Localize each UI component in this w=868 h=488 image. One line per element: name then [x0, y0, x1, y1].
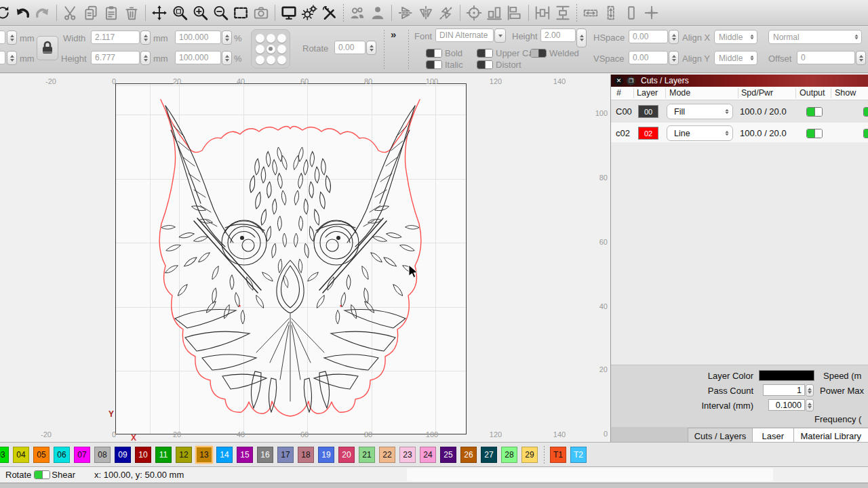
palette-swatch-27[interactable]: 27 [481, 447, 497, 463]
layer-row[interactable]: C00 00 Fill 100.0 / 20.0 [611, 101, 868, 122]
palette-swatch-03[interactable]: 03 [0, 447, 9, 463]
close-icon[interactable]: ✕ [614, 77, 623, 85]
palette-swatch-22[interactable]: 22 [379, 447, 395, 463]
same-width-icon[interactable] [580, 2, 601, 24]
focus-icon[interactable] [464, 2, 484, 24]
palette-swatch-18[interactable]: 18 [298, 447, 314, 463]
layer-row[interactable]: c02 02 Line 100.0 / 20.0 [611, 123, 868, 144]
more-tools-chevron[interactable]: » [391, 28, 396, 40]
layer-color-swatch[interactable]: 02 [638, 127, 658, 140]
frame-selection-icon[interactable] [231, 2, 251, 24]
paste-icon[interactable] [101, 2, 121, 24]
height-stepper[interactable] [140, 51, 151, 65]
flip-vertical-icon[interactable] [395, 2, 416, 24]
palette-swatch-17[interactable]: 17 [277, 447, 294, 463]
bold-toggle[interactable]: Bold [426, 48, 462, 58]
output-toggle[interactable] [806, 107, 823, 117]
multi-user-icon[interactable] [347, 2, 368, 24]
width-scale-stepper[interactable] [222, 30, 232, 45]
palette-swatch-14[interactable]: 14 [216, 447, 233, 463]
interval-input[interactable]: 0.1000 [768, 399, 805, 411]
sync-icon[interactable] [0, 2, 12, 24]
align-v-icon[interactable] [505, 2, 525, 24]
anchor-point-grid[interactable] [251, 29, 290, 68]
text-style-select[interactable]: Normal [768, 30, 862, 44]
text-height-input[interactable]: 2.00 [540, 28, 576, 42]
distribute-h-icon[interactable] [532, 2, 553, 24]
camera-icon[interactable] [251, 2, 271, 24]
distort-toggle[interactable]: Distort [477, 60, 521, 70]
show-toggle[interactable] [863, 107, 868, 117]
palette-swatch-24[interactable]: 24 [420, 447, 436, 463]
align-x-select[interactable]: Middle [714, 30, 757, 44]
height-scale-input[interactable]: 100.000 [175, 51, 221, 64]
zoom-window-icon[interactable] [170, 2, 190, 24]
height-input[interactable]: 6.777 [91, 51, 140, 64]
font-select-arrow[interactable] [494, 28, 506, 43]
y-pos-stepper[interactable] [7, 51, 17, 65]
y-pos-field[interactable] [0, 51, 5, 64]
hspace-input[interactable]: 0.00 [629, 30, 668, 43]
welded-toggle[interactable]: Welded [530, 48, 579, 58]
palette-swatch-08[interactable]: 08 [94, 447, 111, 463]
vspace-stepper[interactable] [669, 51, 679, 65]
hspace-stepper[interactable] [669, 30, 679, 44]
mirror-icon[interactable] [436, 2, 456, 24]
palette-swatch-07[interactable]: 07 [74, 447, 90, 463]
interval-stepper[interactable] [806, 399, 814, 411]
lock-aspect-button[interactable] [37, 36, 58, 60]
palette-swatch-13[interactable]: 13 [196, 447, 212, 463]
x-pos-stepper[interactable] [7, 30, 17, 45]
palette-swatch-T2[interactable]: T2 [570, 447, 587, 463]
palette-swatch-04[interactable]: 04 [13, 447, 29, 463]
offset-stepper[interactable] [856, 51, 866, 65]
width-input[interactable]: 2.117 [91, 30, 140, 44]
palette-swatch-06[interactable]: 06 [54, 447, 70, 463]
height-scale-stepper[interactable] [222, 51, 232, 65]
palette-swatch-11[interactable]: 11 [155, 447, 172, 463]
zoom-in-icon[interactable] [190, 2, 210, 24]
delete-icon[interactable] [121, 2, 142, 24]
palette-swatch-T1[interactable]: T1 [550, 447, 566, 463]
show-toggle[interactable] [863, 129, 868, 138]
palette-swatch-12[interactable]: 12 [176, 447, 192, 463]
rotate-input[interactable]: 0.00 [334, 41, 366, 54]
pass-count-stepper[interactable] [806, 384, 814, 396]
align-h-icon[interactable] [484, 2, 505, 24]
layer-mode-select[interactable]: Line [667, 125, 733, 141]
text-height-stepper[interactable] [576, 28, 587, 47]
redo-icon[interactable] [33, 2, 53, 24]
snap-icon[interactable] [642, 2, 662, 24]
distribute-v-icon[interactable] [553, 2, 573, 24]
palette-swatch-29[interactable]: 29 [521, 447, 538, 463]
italic-toggle[interactable]: Italic [426, 60, 463, 70]
settings-icon[interactable] [299, 2, 319, 24]
output-toggle[interactable] [806, 129, 823, 138]
x-pos-field[interactable] [0, 30, 5, 44]
font-select[interactable]: DIN Alternate [435, 28, 494, 42]
copy-icon[interactable] [81, 2, 101, 24]
layer-color-swatch[interactable]: 00 [638, 105, 658, 118]
width-scale-input[interactable]: 100.000 [175, 30, 221, 44]
layer-color-value[interactable] [759, 370, 814, 381]
palette-swatch-05[interactable]: 05 [33, 447, 50, 463]
rotate-stepper[interactable] [366, 41, 376, 55]
same-height-icon[interactable] [601, 2, 621, 24]
palette-swatch-20[interactable]: 20 [338, 447, 355, 463]
tools-icon[interactable] [319, 2, 340, 24]
owl-design[interactable] [155, 95, 426, 419]
palette-swatch-15[interactable]: 15 [237, 447, 253, 463]
panel-titlebar[interactable]: ✕ ❐ Cuts / Layers [611, 75, 868, 87]
layer-mode-select[interactable]: Fill [667, 104, 733, 119]
palette-swatch-25[interactable]: 25 [440, 447, 456, 463]
vspace-input[interactable]: 0.00 [629, 51, 668, 64]
same-size-icon[interactable] [621, 2, 642, 24]
cut-icon[interactable] [60, 2, 81, 24]
offset-input[interactable]: 0 [797, 51, 855, 64]
palette-swatch-21[interactable]: 21 [359, 447, 375, 463]
detach-icon[interactable]: ❐ [627, 77, 635, 85]
palette-swatch-23[interactable]: 23 [399, 447, 416, 463]
palette-swatch-10[interactable]: 10 [135, 447, 151, 463]
palette-swatch-26[interactable]: 26 [460, 447, 477, 463]
undo-icon[interactable] [12, 2, 33, 24]
